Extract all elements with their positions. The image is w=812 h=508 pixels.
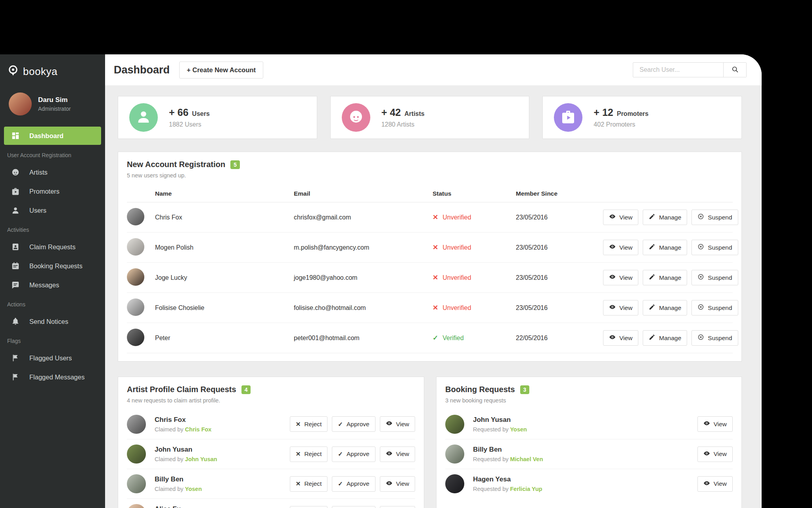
x-icon: ✕: [296, 421, 301, 428]
user-profile[interactable]: Daru Sim Administrator: [0, 78, 105, 115]
list-item: John Yusan Claimed by John Yusan ✕ Rejec…: [127, 439, 415, 469]
status-icon: ✕: [433, 243, 438, 252]
row-name: John Yusan: [155, 446, 217, 454]
view-button[interactable]: View: [697, 416, 733, 432]
approve-button[interactable]: ✓ Approve: [332, 476, 375, 492]
panel-title: Artist Profile Claim Requests: [127, 385, 236, 394]
row-email: joge1980@yahoo.com: [294, 274, 433, 281]
sidebar-item-label: Dashboard: [29, 132, 63, 140]
row-name: Hagen Yesa: [473, 475, 542, 483]
avatar: [127, 298, 144, 316]
view-button[interactable]: View: [603, 270, 638, 285]
approve-button[interactable]: ✓ Approve: [332, 446, 375, 462]
list-item: John Yusan Requested by Yosen View: [445, 409, 733, 439]
status-icon: ✕: [433, 213, 438, 221]
sidebar-item-artists[interactable]: Artists: [4, 163, 101, 181]
flag-icon: [11, 354, 20, 362]
sidebar-item-flagged-users[interactable]: Flagged Users: [4, 349, 101, 367]
suspend-icon: [697, 334, 704, 342]
view-button[interactable]: View: [380, 416, 415, 432]
sidebar-item-label: Messages: [29, 281, 59, 289]
eye-icon: [609, 243, 616, 252]
sidebar-item-label: Users: [29, 207, 46, 214]
stat-card-promoters: + 12 Promoters 402 Promoters: [542, 96, 742, 139]
view-button[interactable]: View: [603, 240, 638, 255]
avatar: [127, 444, 146, 464]
view-button[interactable]: View: [380, 446, 415, 462]
row-sub: Requested by Yosen: [473, 426, 527, 433]
avatar: [127, 329, 144, 346]
reject-button[interactable]: ✕ Reject: [290, 476, 328, 492]
suspend-button[interactable]: Suspend: [691, 300, 738, 316]
manage-button[interactable]: Manage: [643, 210, 687, 225]
flag-icon: [11, 373, 20, 381]
column-email: Email: [294, 190, 433, 197]
row-member-since: 22/05/2016: [516, 335, 603, 342]
table-row: Folisise Chosielie folisise.cho@hotmail.…: [127, 293, 733, 323]
user-role: Administrator: [38, 106, 71, 112]
view-button[interactable]: View: [380, 506, 415, 508]
view-button[interactable]: View: [603, 300, 638, 316]
approve-button[interactable]: ✓ Approve: [332, 416, 375, 432]
nav-section: Flags Flagged Users Flagged Messages: [0, 331, 105, 386]
sidebar-item-flagged-messages[interactable]: Flagged Messages: [4, 368, 101, 386]
check-icon: ✓: [338, 480, 343, 487]
row-member-since: 23/05/2016: [516, 304, 603, 312]
reject-button[interactable]: ✕ Reject: [290, 506, 328, 508]
suspend-icon: [697, 304, 704, 312]
manage-button[interactable]: Manage: [643, 270, 687, 285]
sidebar-item-claim-requests[interactable]: Claim Requests: [4, 238, 101, 256]
pencil-icon: [649, 213, 655, 221]
reject-button[interactable]: ✕ Reject: [290, 416, 328, 432]
sidebar-item-promoters[interactable]: Promoters: [4, 182, 101, 200]
manage-button[interactable]: Manage: [643, 330, 687, 346]
briefcase-icon: [11, 187, 20, 196]
logo[interactable]: bookya: [0, 54, 105, 78]
pencil-icon: [649, 304, 655, 312]
sidebar-item-messages[interactable]: Messages: [4, 276, 101, 294]
x-icon: ✕: [296, 450, 301, 458]
search-input[interactable]: [633, 63, 723, 77]
by-name: Michael Ven: [510, 456, 543, 462]
column-name: Name: [155, 190, 294, 197]
page-title: Dashboard: [114, 64, 170, 76]
view-button[interactable]: View: [380, 476, 415, 492]
manage-button[interactable]: Manage: [643, 300, 687, 316]
row-name: Billy Ben: [473, 446, 543, 454]
suspend-button[interactable]: Suspend: [691, 240, 738, 255]
suspend-button[interactable]: Suspend: [691, 210, 738, 225]
panel-title: Booking Requests: [445, 385, 515, 394]
bottom-panels: Artist Profile Claim Requests 4 4 new re…: [118, 377, 742, 508]
avatar: [127, 504, 146, 508]
sidebar-item-dashboard[interactable]: Dashboard: [4, 127, 101, 145]
column-member-since: Member Since: [516, 190, 603, 197]
table-row: Chris Fox chrisfox@gmail.com ✕ Unverifie…: [127, 202, 733, 233]
row-sub: Requested by Ferlicia Yup: [473, 486, 542, 492]
sidebar-item-users[interactable]: Users: [4, 201, 101, 219]
stat-delta: + 42: [381, 107, 401, 118]
row-name: Peter: [155, 335, 294, 342]
view-button[interactable]: View: [697, 476, 733, 492]
approve-button[interactable]: ✓ Approve: [332, 506, 375, 508]
row-name: Mogen Polish: [155, 244, 294, 251]
by-name: Chris Fox: [185, 426, 212, 433]
suspend-button[interactable]: Suspend: [691, 330, 738, 346]
stat-unit: Artists: [404, 110, 425, 117]
nav-section: Activities Claim Requests Booking Reques…: [0, 220, 105, 294]
column-status: Status: [433, 190, 516, 197]
registration-table: Name Email Status Member Since Chris Fox…: [127, 185, 733, 353]
manage-button[interactable]: Manage: [643, 240, 687, 255]
reject-button[interactable]: ✕ Reject: [290, 446, 328, 462]
create-new-account-button[interactable]: + Create New Account: [179, 62, 263, 79]
table-row: Peter peter001@hotmail.com ✓ Verified 22…: [127, 323, 733, 353]
row-email: folisise.cho@hotmail.com: [294, 304, 433, 312]
status-badge: ✓ Verified: [433, 334, 516, 342]
search-button[interactable]: [723, 63, 746, 77]
sidebar-item-send-notices[interactable]: Send Notices: [4, 312, 101, 331]
suspend-button[interactable]: Suspend: [691, 270, 738, 285]
view-button[interactable]: View: [603, 210, 638, 225]
view-button[interactable]: View: [697, 446, 733, 462]
artist-face-icon: [348, 109, 364, 126]
view-button[interactable]: View: [603, 330, 638, 346]
sidebar-item-booking-requests[interactable]: Booking Requests: [4, 257, 101, 275]
